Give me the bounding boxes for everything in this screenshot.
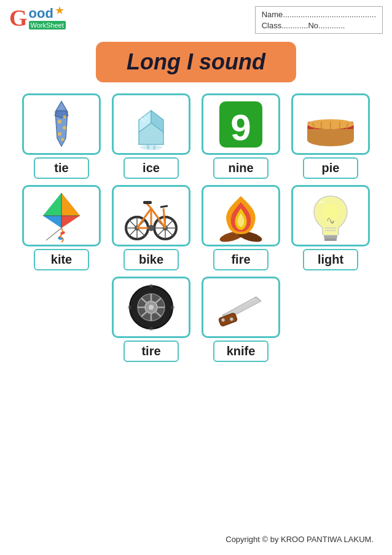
svg-point-80 <box>128 305 131 309</box>
svg-point-6 <box>61 138 65 141</box>
logo-ood: ood <box>29 6 53 21</box>
card-knife: knife <box>202 277 280 362</box>
logo-g-letter: G <box>9 6 28 30</box>
card-fire: fire <box>202 185 280 270</box>
image-tie <box>22 93 101 155</box>
svg-rect-64 <box>324 235 337 238</box>
svg-point-79 <box>149 327 153 331</box>
logo-text-group: ood ★ WorkSheet <box>29 6 66 30</box>
label-light: light <box>303 249 358 270</box>
svg-rect-83 <box>218 312 237 326</box>
image-kite <box>22 185 101 246</box>
image-nine: 9 <box>202 93 280 155</box>
row-2-section: kite <box>0 185 392 270</box>
name-line: Name....................................… <box>262 10 376 19</box>
image-pie <box>291 93 370 155</box>
svg-point-12 <box>140 145 162 150</box>
copyright: Copyright © by KROO PANTIWA LAKUM. <box>225 535 374 544</box>
row-1-section: tie ice <box>0 93 392 179</box>
svg-marker-31 <box>61 193 80 216</box>
svg-line-57 <box>160 206 168 207</box>
label-nine: nine <box>213 157 269 179</box>
bottom-row-section: tire knife <box>0 277 392 362</box>
svg-point-63 <box>322 203 339 221</box>
image-ice <box>112 93 190 155</box>
word-row-bottom: tire knife <box>12 277 380 362</box>
logo-star: ★ <box>55 5 65 17</box>
word-row-1: tie ice <box>12 93 380 179</box>
image-light <box>291 185 370 246</box>
svg-marker-32 <box>43 193 61 216</box>
label-fire: fire <box>213 249 269 270</box>
svg-point-5 <box>63 115 66 118</box>
image-knife <box>202 277 280 338</box>
label-tire: tire <box>123 340 179 362</box>
svg-text:9: 9 <box>230 107 251 148</box>
card-bike: bike <box>112 185 190 270</box>
card-light: light <box>291 185 370 270</box>
name-class-box: Name....................................… <box>255 6 383 34</box>
label-knife: knife <box>213 340 269 362</box>
class-line: Class............No............ <box>262 21 376 30</box>
svg-line-54 <box>147 203 151 208</box>
card-kite: kite <box>22 185 101 270</box>
title-container: Long I sound <box>0 42 392 82</box>
svg-point-78 <box>149 284 153 288</box>
svg-point-58 <box>148 225 154 231</box>
logo: G ood ★ WorkSheet <box>9 6 66 30</box>
card-tie: tie <box>22 93 101 179</box>
image-fire <box>202 185 280 246</box>
label-ice: ice <box>123 157 179 179</box>
word-row-2: kite <box>12 185 380 270</box>
card-tire: tire <box>112 277 190 362</box>
card-nine: 9 nine <box>202 93 280 179</box>
label-pie: pie <box>303 157 358 179</box>
card-pie: pie <box>291 93 370 179</box>
label-kite: kite <box>34 249 89 270</box>
image-tire <box>112 277 190 338</box>
label-tie: tie <box>34 157 89 179</box>
title-box: Long I sound <box>96 42 296 82</box>
svg-rect-55 <box>143 201 152 204</box>
label-bike: bike <box>123 249 179 270</box>
svg-point-4 <box>58 132 61 136</box>
svg-rect-65 <box>324 238 337 241</box>
card-ice: ice <box>112 93 190 179</box>
svg-point-69 <box>149 305 154 310</box>
header: G ood ★ WorkSheet Name..................… <box>0 0 392 37</box>
image-bike <box>112 185 190 246</box>
svg-point-2 <box>58 120 61 124</box>
logo-worksheet: WorkSheet <box>29 21 66 30</box>
page-title: Long I sound <box>127 49 265 74</box>
svg-point-3 <box>63 126 66 130</box>
svg-point-81 <box>171 305 174 309</box>
